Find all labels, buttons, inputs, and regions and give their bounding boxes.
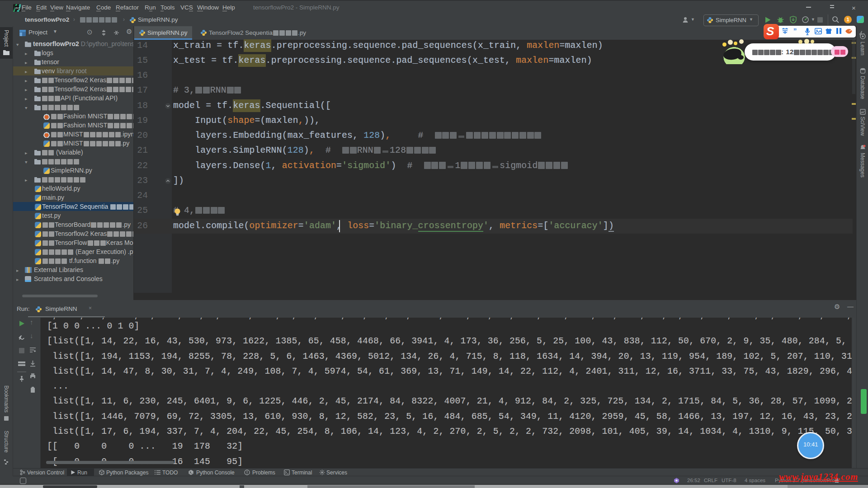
svg-text:PC: PC bbox=[15, 6, 20, 10]
